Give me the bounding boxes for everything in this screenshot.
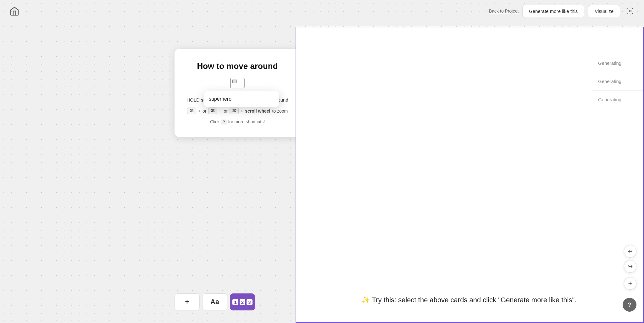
back-to-project-link[interactable]: Back to Project <box>489 8 519 14</box>
card-icon <box>186 77 289 91</box>
num-label: 1 2 3 <box>232 299 252 305</box>
right-generating-panel: Generating Generating Generating Charact… <box>296 27 644 323</box>
generate-more-button[interactable]: Generate more like this <box>522 5 584 17</box>
superhero-popup <box>204 91 279 107</box>
generating-label-3: Generating <box>598 97 621 102</box>
hold-label: HOLD <box>186 97 200 103</box>
try-this-tip: ✨ Try this: select the above cards and c… <box>362 296 619 304</box>
click-label: Click <box>210 119 221 124</box>
tip-emoji: ✨ <box>362 296 370 304</box>
undo-button[interactable]: ↩ <box>624 245 636 258</box>
to-zoom-label: to zoom <box>272 109 288 114</box>
top-right-actions: Back to Project Generate more like this … <box>489 5 636 17</box>
plus-sym: + <box>198 109 201 114</box>
undo-redo-controls: ↩ ↪ <box>624 245 636 273</box>
svg-point-0 <box>629 10 631 12</box>
cmd-key-1: ⌘ <box>187 108 196 114</box>
superhero-input[interactable] <box>209 96 274 102</box>
generating-item-1: Generating <box>592 54 644 72</box>
plus-sym-2: + <box>241 109 243 114</box>
kbd-shortcuts-row: ⌘ + or ⌘ − or ⌘ + scroll wheel to zoom <box>186 108 289 114</box>
visualize-button[interactable]: Visualize <box>588 5 620 17</box>
text-button[interactable]: Aa <box>202 293 227 310</box>
minus-sym: − <box>219 109 222 114</box>
more-shortcuts-label: for more shortcuts! <box>228 119 265 124</box>
top-bar: Back to Project Generate more like this … <box>0 0 644 22</box>
shortcuts-text: Click ? for more shortcuts! <box>186 119 289 125</box>
or-2: or <box>224 109 228 114</box>
generating-label-2: Generating <box>598 79 621 84</box>
question-mark: ? <box>221 120 227 125</box>
redo-button[interactable]: ↪ <box>624 260 636 273</box>
settings-gear-button[interactable] <box>624 5 636 17</box>
card-title: How to move around <box>186 61 289 71</box>
svg-rect-2 <box>232 80 237 83</box>
numbering-button[interactable]: 1 2 3 <box>230 293 255 310</box>
tip-text: Try this: select the above cards and cli… <box>372 296 577 304</box>
cmd-key-2: ⌘ <box>208 108 217 114</box>
help-button[interactable]: ? <box>623 298 636 312</box>
or-1: or <box>203 109 206 114</box>
add-button[interactable]: + <box>624 277 636 290</box>
generating-label-1: Generating <box>598 60 621 66</box>
generating-item-3: Generating <box>592 91 644 109</box>
add-element-button[interactable]: + <box>175 293 200 310</box>
scroll-wheel-label: scroll wheel <box>245 109 270 114</box>
plus-icon: + <box>185 298 189 306</box>
aa-label: Aa <box>210 298 219 306</box>
bottom-toolbar: + Aa 1 2 3 <box>175 293 255 310</box>
home-button[interactable] <box>8 4 21 18</box>
cmd-key-3: ⌘ <box>230 108 239 114</box>
generating-item-2: Generating <box>592 72 644 91</box>
